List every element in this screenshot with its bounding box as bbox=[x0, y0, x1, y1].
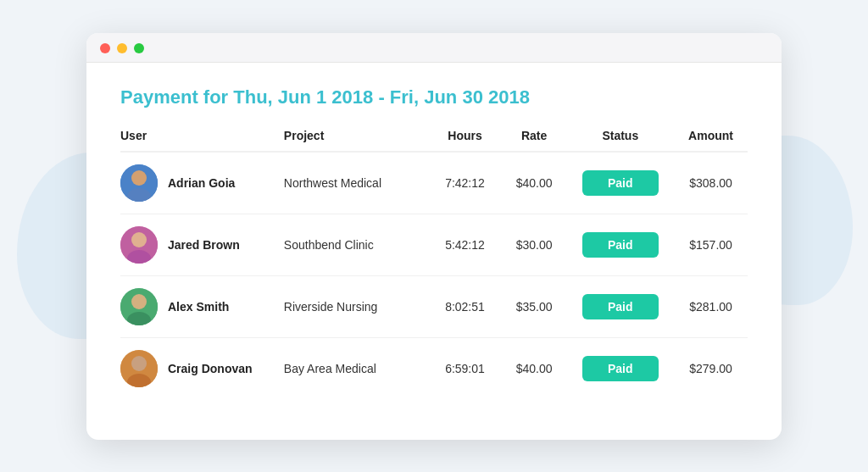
paid-badge-adrian: Paid bbox=[582, 170, 659, 196]
cell-user-adrian: Adrian Goia bbox=[120, 152, 284, 214]
col-header-project: Project bbox=[284, 129, 428, 152]
cell-project-jared: Southbend Clinic bbox=[284, 214, 428, 275]
avatar-alex bbox=[120, 288, 158, 325]
cell-project-adrian: Northwest Medical bbox=[284, 152, 428, 214]
cell-hours-adrian: 7:42:12 bbox=[428, 152, 501, 214]
svg-point-4 bbox=[131, 232, 147, 247]
col-header-status: Status bbox=[567, 129, 675, 152]
dot-red[interactable] bbox=[100, 43, 110, 53]
cell-hours-craig: 6:59:01 bbox=[428, 337, 501, 399]
cell-status-craig: Paid bbox=[567, 337, 675, 399]
avatar-adrian bbox=[120, 164, 158, 202]
user-cell-adrian: Adrian Goia bbox=[120, 164, 284, 202]
cell-hours-jared: 5:42:12 bbox=[428, 214, 501, 275]
cell-project-craig: Bay Area Medical bbox=[284, 337, 428, 399]
cell-user-jared: Jared Brown bbox=[120, 214, 284, 275]
svg-point-10 bbox=[131, 356, 147, 371]
cell-user-craig: Craig Donovan bbox=[120, 337, 284, 399]
cell-status-jared: Paid bbox=[567, 214, 675, 275]
col-header-user: User bbox=[120, 129, 284, 152]
user-name-alex: Alex Smith bbox=[168, 300, 229, 314]
user-cell-alex: Alex Smith bbox=[120, 288, 284, 325]
col-header-hours: Hours bbox=[428, 129, 501, 152]
paid-badge-jared: Paid bbox=[582, 232, 659, 258]
dot-yellow[interactable] bbox=[117, 43, 127, 53]
cell-amount-jared: $157.00 bbox=[674, 214, 748, 275]
svg-point-1 bbox=[131, 170, 147, 186]
svg-point-7 bbox=[131, 294, 147, 309]
cell-hours-alex: 8:02:51 bbox=[428, 275, 501, 337]
col-header-rate: Rate bbox=[502, 129, 567, 152]
cell-amount-craig: $279.00 bbox=[674, 337, 748, 399]
browser-content: Payment for Thu, Jun 1 2018 - Fri, Jun 3… bbox=[86, 63, 782, 419]
cell-rate-alex: $35.00 bbox=[502, 275, 567, 337]
cell-rate-jared: $30.00 bbox=[502, 214, 567, 275]
paid-badge-craig: Paid bbox=[582, 356, 659, 381]
cell-user-alex: Alex Smith bbox=[120, 275, 284, 337]
table-row: Craig Donovan Bay Area Medical 6:59:01 $… bbox=[120, 337, 748, 399]
cell-amount-alex: $281.00 bbox=[674, 275, 748, 337]
table-row: Alex Smith Riverside Nursing 8:02:51 $35… bbox=[120, 275, 748, 337]
cell-status-adrian: Paid bbox=[567, 152, 675, 214]
table-row: Adrian Goia Northwest Medical 7:42:12 $4… bbox=[120, 152, 748, 214]
user-cell-jared: Jared Brown bbox=[120, 226, 284, 264]
page-title: Payment for Thu, Jun 1 2018 - Fri, Jun 3… bbox=[120, 86, 748, 108]
paid-badge-alex: Paid bbox=[582, 294, 659, 319]
cell-amount-adrian: $308.00 bbox=[674, 152, 748, 214]
cell-rate-adrian: $40.00 bbox=[502, 152, 567, 214]
table-row: Jared Brown Southbend Clinic 5:42:12 $30… bbox=[120, 214, 748, 275]
avatar-craig bbox=[120, 350, 158, 387]
cell-project-alex: Riverside Nursing bbox=[284, 275, 428, 337]
avatar-jared bbox=[120, 226, 158, 264]
user-cell-craig: Craig Donovan bbox=[120, 350, 284, 387]
table-header-row: User Project Hours Rate Status Amount bbox=[120, 129, 748, 152]
user-name-craig: Craig Donovan bbox=[168, 362, 253, 375]
browser-toolbar bbox=[86, 33, 782, 63]
cell-status-alex: Paid bbox=[567, 275, 675, 337]
user-name-jared: Jared Brown bbox=[168, 238, 240, 252]
cell-rate-craig: $40.00 bbox=[502, 337, 567, 399]
browser-window: Payment for Thu, Jun 1 2018 - Fri, Jun 3… bbox=[86, 33, 782, 440]
user-name-adrian: Adrian Goia bbox=[168, 176, 235, 190]
dot-green[interactable] bbox=[134, 43, 144, 53]
payment-table: User Project Hours Rate Status Amount Ad… bbox=[120, 129, 748, 399]
col-header-amount: Amount bbox=[674, 129, 748, 152]
